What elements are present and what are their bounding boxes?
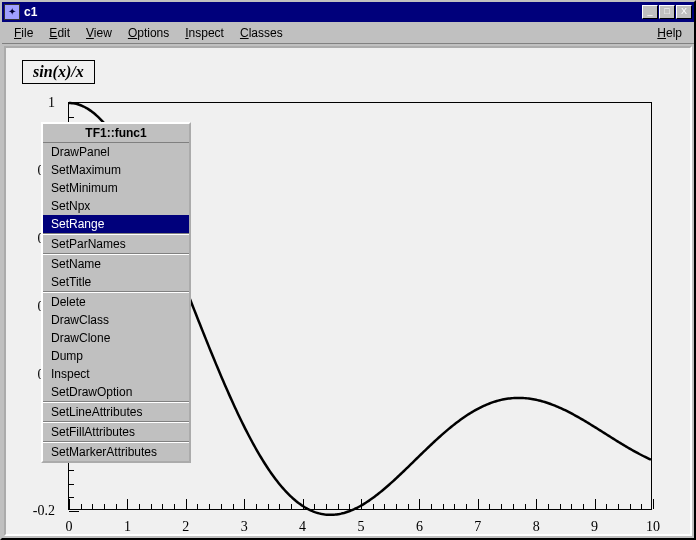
context-menu-item-setminimum[interactable]: SetMinimum [43, 179, 189, 197]
minimize-button[interactable]: _ [642, 5, 658, 19]
x-minor-tick [501, 504, 502, 509]
canvas-area[interactable]: sin(x)/x 012345678910-0.200.20.40.60.81 … [4, 46, 692, 536]
x-tick-label: 9 [591, 519, 598, 535]
context-menu: TF1::func1 DrawPanelSetMaximumSetMinimum… [41, 122, 191, 463]
x-minor-tick [116, 504, 117, 509]
x-tick [303, 499, 304, 509]
x-tick-label: 8 [533, 519, 540, 535]
x-tick [69, 499, 70, 509]
x-minor-tick [221, 504, 222, 509]
x-minor-tick [606, 504, 607, 509]
x-minor-tick [139, 504, 140, 509]
app-window: ✦ c1 _ □ X FileEditViewOptionsInspectCla… [0, 0, 696, 540]
context-menu-item-setfillattributes[interactable]: SetFillAttributes [43, 423, 189, 441]
x-minor-tick [151, 504, 152, 509]
x-tick-label: 2 [182, 519, 189, 535]
y-tick-label: 1 [48, 95, 55, 111]
menu-inspect[interactable]: Inspect [177, 24, 232, 42]
x-minor-tick [256, 504, 257, 509]
x-minor-tick [466, 504, 467, 509]
x-minor-tick [443, 504, 444, 509]
titlebar: ✦ c1 _ □ X [2, 2, 694, 22]
context-menu-item-dump[interactable]: Dump [43, 347, 189, 365]
x-minor-tick [92, 504, 93, 509]
x-minor-tick [454, 504, 455, 509]
context-menu-item-setdrawoption[interactable]: SetDrawOption [43, 383, 189, 401]
x-tick [419, 499, 420, 509]
context-menu-item-settitle[interactable]: SetTitle [43, 273, 189, 291]
context-menu-item-delete[interactable]: Delete [43, 293, 189, 311]
context-menu-item-drawclone[interactable]: DrawClone [43, 329, 189, 347]
x-minor-tick [279, 504, 280, 509]
x-tick-label: 3 [241, 519, 248, 535]
y-tick-label: -0.2 [33, 503, 55, 519]
context-menu-item-inspect[interactable]: Inspect [43, 365, 189, 383]
x-tick [478, 499, 479, 509]
x-tick-label: 6 [416, 519, 423, 535]
x-tick [186, 499, 187, 509]
maximize-button[interactable]: □ [659, 5, 675, 19]
menu-help[interactable]: Help [649, 24, 690, 42]
x-minor-tick [571, 504, 572, 509]
x-minor-tick [291, 504, 292, 509]
app-icon: ✦ [4, 4, 20, 20]
x-minor-tick [513, 504, 514, 509]
y-tick [69, 103, 79, 104]
x-tick-label: 7 [474, 519, 481, 535]
x-minor-tick [197, 504, 198, 509]
x-minor-tick [618, 504, 619, 509]
y-tick [69, 511, 79, 512]
x-minor-tick [641, 504, 642, 509]
x-minor-tick [583, 504, 584, 509]
context-menu-item-setparnames[interactable]: SetParNames [43, 235, 189, 253]
x-minor-tick [233, 504, 234, 509]
menu-classes[interactable]: Classes [232, 24, 291, 42]
context-menu-item-setmaximum[interactable]: SetMaximum [43, 161, 189, 179]
context-menu-item-setmarkerattributes[interactable]: SetMarkerAttributes [43, 443, 189, 461]
x-minor-tick [525, 504, 526, 509]
x-tick-label: 10 [646, 519, 660, 535]
context-menu-item-setlineattributes[interactable]: SetLineAttributes [43, 403, 189, 421]
x-minor-tick [560, 504, 561, 509]
x-minor-tick [314, 504, 315, 509]
x-tick-label: 0 [66, 519, 73, 535]
x-tick-label: 5 [358, 519, 365, 535]
x-minor-tick [174, 504, 175, 509]
window-title: c1 [24, 5, 641, 19]
x-minor-tick [431, 504, 432, 509]
x-tick [536, 499, 537, 509]
menu-view[interactable]: View [78, 24, 120, 42]
context-menu-item-setname[interactable]: SetName [43, 255, 189, 273]
y-minor-tick [69, 484, 74, 485]
menu-edit[interactable]: Edit [41, 24, 78, 42]
window-controls: _ □ X [641, 5, 692, 19]
x-tick [595, 499, 596, 509]
menubar: FileEditViewOptionsInspectClasses Help [2, 22, 694, 44]
y-minor-tick [69, 470, 74, 471]
x-tick [361, 499, 362, 509]
context-menu-item-drawpanel[interactable]: DrawPanel [43, 143, 189, 161]
y-minor-tick [69, 497, 74, 498]
x-minor-tick [630, 504, 631, 509]
x-minor-tick [162, 504, 163, 509]
x-tick [653, 499, 654, 509]
plot-title[interactable]: sin(x)/x [22, 60, 95, 84]
y-minor-tick [69, 117, 74, 118]
x-minor-tick [489, 504, 490, 509]
x-minor-tick [548, 504, 549, 509]
menu-file[interactable]: File [6, 24, 41, 42]
context-menu-item-setnpx[interactable]: SetNpx [43, 197, 189, 215]
context-menu-item-setrange[interactable]: SetRange [43, 215, 189, 233]
x-tick-label: 4 [299, 519, 306, 535]
x-tick [244, 499, 245, 509]
x-minor-tick [384, 504, 385, 509]
menu-options[interactable]: Options [120, 24, 177, 42]
context-menu-item-drawclass[interactable]: DrawClass [43, 311, 189, 329]
x-minor-tick [326, 504, 327, 509]
close-button[interactable]: X [676, 5, 692, 19]
x-minor-tick [338, 504, 339, 509]
context-menu-title: TF1::func1 [43, 124, 189, 143]
x-minor-tick [373, 504, 374, 509]
x-tick [127, 499, 128, 509]
x-minor-tick [268, 504, 269, 509]
